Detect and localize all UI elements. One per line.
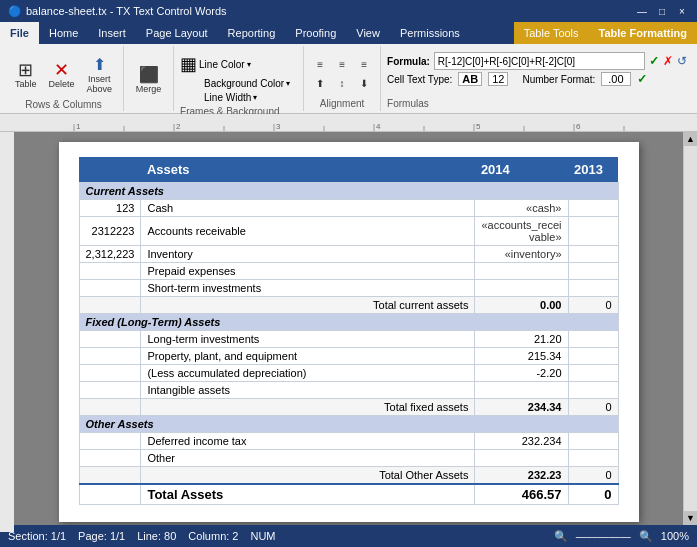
tab-permissions[interactable]: Permissions — [390, 22, 470, 44]
other-assets-header: Other Assets — [79, 416, 618, 433]
align-right-button[interactable]: ≡ — [354, 57, 374, 72]
align-center-button[interactable]: ≡ — [332, 57, 352, 72]
tab-reporting[interactable]: Reporting — [218, 22, 286, 44]
status-column: Column: 2 — [188, 530, 238, 542]
tab-proofing[interactable]: Proofing — [285, 22, 346, 44]
svg-rect-19 — [0, 132, 14, 532]
cell-sti-2014 — [475, 280, 568, 297]
title-bar: 🔵 balance-sheet.tx - TX Text Control Wor… — [0, 0, 697, 22]
cell-prepaid-num — [79, 263, 141, 280]
tab-table-formatting[interactable]: Table Formatting — [589, 22, 697, 44]
delete-button[interactable]: ✕ Delete — [44, 58, 80, 92]
total-fixed-assets-row: Total fixed assets 234.34 0 — [79, 399, 618, 416]
formula-input[interactable] — [434, 52, 645, 70]
grand-total-label: Total Assets — [141, 484, 475, 505]
status-bar: Section: 1/1 Page: 1/1 Line: 80 Column: … — [0, 525, 697, 547]
formula-label: Formula: — [387, 56, 430, 67]
frames-icon: ▦ — [180, 53, 197, 75]
tab-home[interactable]: Home — [39, 22, 88, 44]
line-width-dropdown[interactable]: ▾ — [253, 93, 257, 102]
cell-lti-2013 — [568, 331, 618, 348]
tab-page-layout[interactable]: Page Layout — [136, 22, 218, 44]
cell-inventory-formula: «inventory» — [475, 246, 568, 263]
page-area[interactable]: Assets 2014 2013 Current Assets 123 Cash… — [14, 132, 683, 525]
bg-color-dropdown[interactable]: ▾ — [286, 79, 290, 88]
cell-ar-formula: «accounts_receivable» — [475, 217, 568, 246]
svg-text:3: 3 — [276, 122, 281, 131]
cell-dit-num — [79, 433, 141, 450]
align-bottom-button[interactable]: ⬇ — [354, 76, 374, 91]
svg-text:2: 2 — [176, 122, 181, 131]
cell-prepaid-2013 — [568, 263, 618, 280]
tab-insert[interactable]: Insert — [88, 22, 136, 44]
formula-cancel-button[interactable]: ✗ — [663, 54, 673, 68]
zoom-in-button[interactable]: 🔍 — [639, 530, 653, 543]
table-row: 2312223 Accounts receivable «accounts_re… — [79, 217, 618, 246]
tab-view[interactable]: View — [346, 22, 390, 44]
alignment-label: Alignment — [320, 98, 364, 109]
cell-ia-2013 — [568, 382, 618, 399]
vertical-scrollbar[interactable]: ▲ ▼ — [683, 132, 697, 525]
table-button[interactable]: ⊞ Table — [10, 58, 42, 92]
formula-refresh-button[interactable]: ↺ — [677, 54, 687, 68]
table-row: 2,312,223 Inventory «inventory» — [79, 246, 618, 263]
merge-group: ⬛ Merge — [124, 46, 174, 111]
align-left-button[interactable]: ≡ — [310, 57, 330, 72]
line-color-dropdown[interactable]: ▾ — [247, 60, 251, 69]
total-oa-empty1 — [79, 467, 141, 485]
cell-prepaid-2014 — [475, 263, 568, 280]
cell-ppe-2013 — [568, 348, 618, 365]
close-button[interactable]: × — [675, 4, 689, 18]
cell-other-2013 — [568, 450, 618, 467]
cell-other-2014 — [475, 450, 568, 467]
cell-lti-num — [79, 331, 141, 348]
formula-confirm-button[interactable]: ✓ — [649, 54, 659, 68]
total-oa-2013: 0 — [568, 467, 618, 485]
header-assets — [79, 157, 141, 183]
cell-ppe-2014: 215.34 — [475, 348, 568, 365]
cell-inventory-label: Inventory — [141, 246, 475, 263]
zoom-slider[interactable]: ————— — [576, 530, 631, 542]
table-tools-label: Table Tools — [514, 22, 589, 44]
table-row: Intangible assets — [79, 382, 618, 399]
toolbar: ⊞ Table ✕ Delete ⬆ InsertAbove Rows & Co… — [0, 44, 697, 114]
bg-color-row: Background Color ▾ — [180, 78, 290, 89]
cell-prepaid-label: Prepaid expenses — [141, 263, 475, 280]
insert-above-button[interactable]: ⬆ InsertAbove — [82, 52, 118, 97]
minimize-button[interactable]: — — [635, 4, 649, 18]
cell-dit-label: Deferred income tax — [141, 433, 475, 450]
number-format-confirm[interactable]: ✓ — [637, 72, 647, 86]
align-top-button[interactable]: ⬆ — [310, 76, 330, 91]
total-ca-2013: 0 — [568, 297, 618, 314]
maximize-button[interactable]: □ — [655, 4, 669, 18]
tab-file[interactable]: File — [0, 22, 39, 44]
total-oa-2014: 232.23 — [475, 467, 568, 485]
table-row: Property, plant, and equipment 215.34 — [79, 348, 618, 365]
cell-ar-2013 — [568, 217, 618, 246]
status-line: Line: 80 — [137, 530, 176, 542]
scroll-up-button[interactable]: ▲ — [684, 132, 698, 146]
cell-lti-2014: 21.20 — [475, 331, 568, 348]
total-oa-label: Total Other Assets — [141, 467, 475, 485]
cell-ppe-num — [79, 348, 141, 365]
scroll-down-button[interactable]: ▼ — [684, 511, 698, 525]
merge-button[interactable]: ⬛ Merge — [131, 62, 167, 97]
zoom-level: 100% — [661, 530, 689, 542]
zoom-out-button[interactable]: 🔍 — [554, 530, 568, 543]
cell-num-2: 2312223 — [79, 217, 141, 246]
header-2013: 2013 — [568, 157, 618, 183]
status-right: 🔍 ————— 🔍 100% — [554, 530, 689, 543]
total-ca-label: Total current assets — [141, 297, 475, 314]
cell-dep-2014: -2.20 — [475, 365, 568, 382]
svg-text:5: 5 — [476, 122, 481, 131]
balance-sheet-table: Assets 2014 2013 Current Assets 123 Cash… — [79, 157, 619, 505]
v-ruler-svg — [0, 132, 14, 532]
align-middle-button[interactable]: ↕ — [332, 76, 352, 91]
grand-total-row: Total Assets 466.57 0 — [79, 484, 618, 505]
status-left: Section: 1/1 Page: 1/1 Line: 80 Column: … — [8, 530, 276, 542]
cell-ia-2014 — [475, 382, 568, 399]
line-color-row: ▦ Line Color ▾ — [180, 53, 251, 75]
svg-rect-0 — [4, 114, 694, 131]
cell-ia-label: Intangible assets — [141, 382, 475, 399]
cell-dit-2013 — [568, 433, 618, 450]
